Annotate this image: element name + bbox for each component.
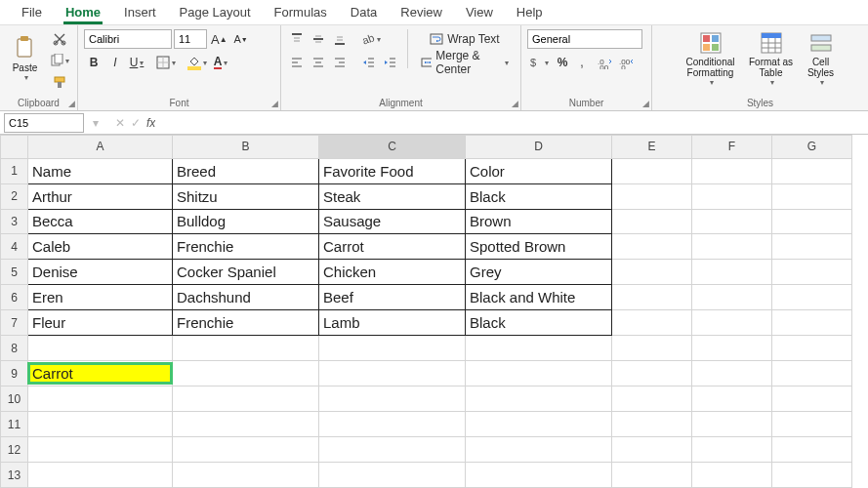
cell-B6[interactable]: Dachshund [173,287,318,307]
clipboard-launcher[interactable]: ◢ [68,99,75,108]
decrease-indent-button[interactable] [359,53,379,72]
cell-D3[interactable]: Brown [466,211,611,231]
cell-B4[interactable]: Frenchie [173,236,318,257]
col-header-A[interactable]: A [28,136,173,159]
paste-button[interactable]: Paste [6,29,44,88]
align-left-button[interactable] [287,53,307,72]
align-center-button[interactable] [309,53,328,72]
tab-review[interactable]: Review [389,1,454,23]
cell-D1[interactable]: Color [466,161,611,182]
col-header-C[interactable]: C [319,136,466,159]
tab-home[interactable]: Home [54,1,112,23]
tab-help[interactable]: Help [505,1,555,23]
number-format-select[interactable] [527,29,642,49]
cell-C5[interactable]: Chicken [319,262,465,282]
tab-formulas[interactable]: Formulas [263,1,339,23]
cell-D5[interactable]: Grey [466,262,611,282]
cell-C1[interactable]: Favorite Food [319,161,465,182]
comma-button[interactable]: , [574,53,594,72]
borders-button[interactable] [154,53,178,72]
number-launcher[interactable]: ◢ [642,99,649,108]
cell-A8[interactable] [28,346,172,350]
cell-B7[interactable]: Frenchie [173,312,318,333]
copy-button[interactable] [48,51,71,70]
row-header-13[interactable]: 13 [1,463,28,488]
tab-file[interactable]: File [10,1,54,23]
cell-G1[interactable] [772,169,851,173]
tab-insert[interactable]: Insert [112,1,168,23]
cell-A1[interactable]: Name [28,161,172,182]
tab-page-layout[interactable]: Page Layout [168,1,263,23]
font-name-input[interactable] [84,29,172,49]
cell-B5[interactable]: Cocker Spaniel [173,262,318,282]
cell-A5[interactable]: Denise [28,262,172,282]
cell-D7[interactable]: Black [466,312,611,333]
tab-data[interactable]: Data [339,1,389,23]
format-as-table-button[interactable]: Format as Table [747,29,796,88]
name-box-dropdown[interactable]: ▾ [86,113,105,133]
align-middle-button[interactable] [309,29,328,49]
cell-A6[interactable]: Eren [28,287,172,307]
font-size-input[interactable] [174,29,207,49]
row-header-8[interactable]: 8 [1,336,28,361]
cell-C4[interactable]: Carrot [319,236,465,257]
italic-button[interactable]: I [105,53,125,72]
cell-D6[interactable]: Black and White [466,287,611,307]
cell-A9[interactable]: Carrot [28,363,172,384]
cell-C3[interactable]: Sausage [319,211,465,231]
align-top-button[interactable] [287,29,307,49]
cell-D4[interactable]: Spotted Brown [466,236,611,257]
cell-styles-button[interactable]: Cell Styles [800,29,843,88]
increase-decimal-button[interactable]: .0.00 [596,53,615,72]
font-color-button[interactable]: A [211,53,230,72]
wrap-text-button[interactable]: Wrap Text [415,29,515,49]
cell-B3[interactable]: Bulldog [173,211,318,231]
cell-A2[interactable]: Arthur [28,186,172,207]
row-header-10[interactable]: 10 [1,386,28,412]
align-right-button[interactable] [330,53,350,72]
cell-C6[interactable]: Beef [319,287,465,307]
cell-A7[interactable]: Fleur [28,312,172,333]
align-bottom-button[interactable] [330,29,350,49]
col-header-B[interactable]: B [173,136,319,159]
row-header-12[interactable]: 12 [1,437,28,463]
orientation-button[interactable]: ab [359,29,383,49]
row-header-6[interactable]: 6 [1,285,28,310]
row-header-7[interactable]: 7 [1,310,28,336]
cut-button[interactable] [48,29,71,49]
fill-color-button[interactable] [186,53,209,72]
col-header-F[interactable]: F [692,136,772,159]
cell-E1[interactable] [612,169,691,173]
worksheet[interactable]: A B C D E F G 1 Name Breed Favorite Food… [0,135,868,488]
cell-D2[interactable]: Black [466,186,611,207]
select-all-corner[interactable] [1,136,28,159]
format-painter-button[interactable] [48,72,71,92]
col-header-G[interactable]: G [772,136,852,159]
row-header-4[interactable]: 4 [1,234,28,260]
decrease-font-button[interactable]: A▼ [231,29,251,49]
increase-indent-button[interactable] [381,53,400,72]
fx-icon[interactable]: fx [146,116,155,130]
cell-C2[interactable]: Steak [319,186,465,207]
increase-font-button[interactable]: A▲ [209,29,229,49]
col-header-E[interactable]: E [612,136,692,159]
decrease-decimal-button[interactable]: .00.0 [617,53,637,72]
underline-button[interactable]: U [127,53,146,72]
cell-F1[interactable] [692,169,771,173]
row-header-5[interactable]: 5 [1,260,28,285]
enter-formula-icon[interactable]: ✓ [131,116,141,130]
col-header-D[interactable]: D [466,136,612,159]
cell-B2[interactable]: Shitzu [173,186,318,207]
cell-A3[interactable]: Becca [28,211,172,231]
formula-input[interactable] [155,113,868,133]
cell-B1[interactable]: Breed [173,161,318,182]
alignment-launcher[interactable]: ◢ [512,99,518,108]
cell-C7[interactable]: Lamb [319,312,465,333]
cancel-formula-icon[interactable]: ✕ [115,116,125,130]
name-box[interactable] [4,113,84,133]
merge-center-button[interactable]: Merge & Center [415,53,515,72]
percent-button[interactable]: % [553,53,572,72]
row-header-1[interactable]: 1 [1,158,28,183]
accounting-format-button[interactable]: $ [527,53,551,72]
conditional-formatting-button[interactable]: Conditional Formatting [679,29,743,88]
